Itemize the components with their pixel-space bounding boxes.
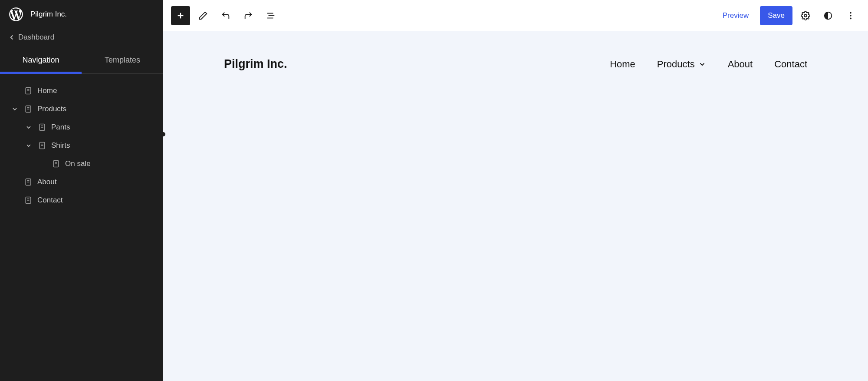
page-icon <box>37 123 47 132</box>
gear-icon <box>801 11 810 20</box>
settings-button[interactable] <box>796 6 815 25</box>
tree-item-on-sale[interactable]: On sale <box>0 155 163 173</box>
nav-link-products[interactable]: Products <box>657 59 706 70</box>
nav-link-label: About <box>728 59 753 70</box>
tab-templates[interactable]: Templates <box>82 48 163 73</box>
more-vertical-icon <box>846 11 855 20</box>
redo-icon <box>243 11 253 20</box>
editor-main: Preview Save Pilgrim Inc. <box>163 0 868 381</box>
save-button[interactable]: Save <box>760 6 792 25</box>
plus-icon <box>176 11 185 20</box>
nav-link-about[interactable]: About <box>728 59 753 70</box>
undo-icon <box>221 11 230 20</box>
dashboard-label: Dashboard <box>18 33 54 42</box>
editor-canvas[interactable]: Pilgrim Inc. Home Products About Contact <box>163 31 868 381</box>
svg-point-27 <box>850 12 852 13</box>
list-view-button[interactable] <box>261 6 280 25</box>
nav-link-home[interactable]: Home <box>610 59 635 70</box>
svg-point-26 <box>804 14 807 17</box>
chevron-left-icon <box>8 33 16 41</box>
styles-button[interactable] <box>819 6 838 25</box>
dashboard-link[interactable]: Dashboard <box>0 29 163 48</box>
editor-toolbar: Preview Save <box>163 0 868 31</box>
undo-button[interactable] <box>216 6 235 25</box>
page-icon <box>23 195 33 205</box>
tab-label: Templates <box>105 56 140 64</box>
pencil-icon <box>198 11 208 20</box>
tools-button[interactable] <box>194 6 213 25</box>
site-header-block[interactable]: Pilgrim Inc. Home Products About Contact <box>163 31 868 88</box>
nav-link-contact[interactable]: Contact <box>774 59 807 70</box>
chevron-down-icon <box>698 60 706 68</box>
page-icon <box>23 104 33 114</box>
site-navigation-block[interactable]: Home Products About Contact <box>610 59 807 70</box>
page-icon <box>51 159 61 169</box>
redo-button[interactable] <box>239 6 258 25</box>
sidebar-tabs: Navigation Templates <box>0 48 163 74</box>
tab-label: Navigation <box>22 56 59 64</box>
toolbar-left <box>171 6 280 25</box>
svg-point-29 <box>850 17 852 19</box>
tree-label: On sale <box>65 159 153 168</box>
nav-link-label: Contact <box>774 59 807 70</box>
tree-label: Contact <box>37 196 153 205</box>
tree-label: Products <box>37 105 153 113</box>
tab-navigation[interactable]: Navigation <box>0 48 82 73</box>
tree-label: Home <box>37 86 153 95</box>
list-view-icon <box>266 11 276 20</box>
more-options-button[interactable] <box>841 6 860 25</box>
preview-button[interactable]: Preview <box>715 6 756 25</box>
tree-label: Pants <box>51 123 153 132</box>
svg-point-28 <box>850 15 852 17</box>
tree-item-about[interactable]: About <box>0 173 163 191</box>
nav-link-label: Products <box>657 59 695 70</box>
tree-item-products[interactable]: Products <box>0 100 163 118</box>
add-block-button[interactable] <box>171 6 190 25</box>
contrast-icon <box>823 11 833 20</box>
wordpress-logo-icon[interactable] <box>8 6 24 23</box>
chevron-down-icon[interactable] <box>10 105 19 113</box>
nav-link-label: Home <box>610 59 635 70</box>
sidebar-header: Pilgrim Inc. <box>0 0 163 29</box>
page-icon <box>37 141 47 150</box>
sidebar: Pilgrim Inc. Dashboard Navigation Templa… <box>0 0 163 381</box>
page-icon <box>23 86 33 96</box>
tree-item-shirts[interactable]: Shirts <box>0 136 163 155</box>
tree-label: Shirts <box>51 141 153 150</box>
toolbar-right: Preview Save <box>715 6 860 25</box>
chevron-down-icon[interactable] <box>24 123 33 132</box>
site-name: Pilgrim Inc. <box>30 10 67 19</box>
page-icon <box>23 177 33 187</box>
tree-item-pants[interactable]: Pants <box>0 118 163 136</box>
nav-tree: Home Products Pants <box>0 74 163 217</box>
site-title-block[interactable]: Pilgrim Inc. <box>224 57 287 71</box>
tree-item-home[interactable]: Home <box>0 82 163 100</box>
tree-label: About <box>37 178 153 186</box>
chevron-down-icon[interactable] <box>24 141 33 150</box>
tree-item-contact[interactable]: Contact <box>0 191 163 209</box>
